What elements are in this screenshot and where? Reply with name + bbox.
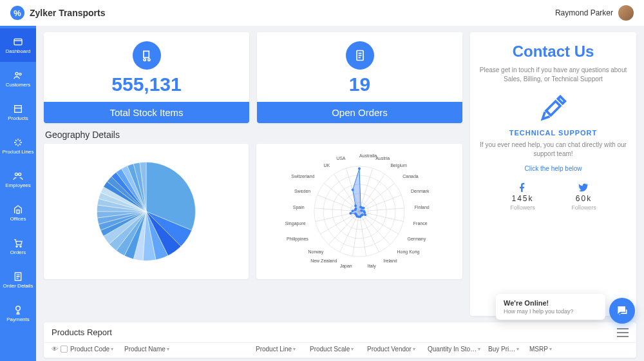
sidebar-item-product-lines[interactable]: Product Lines [0,129,36,162]
radar-label: Singapore [285,221,306,226]
brand: % Zylker Transports [10,6,106,20]
report-title: Products Report [52,327,112,337]
radar-label: Japan [340,264,352,268]
customers-icon [12,70,24,81]
radar-label: Finland [415,205,430,210]
pie-chart[interactable] [44,144,249,279]
sidebar-item-customers[interactable]: Customers [0,62,36,95]
svg-point-41 [358,168,361,170]
report-columns: 👁 Product Code▾Product Name▾Product Line… [44,342,636,358]
svg-point-45 [360,210,363,212]
svg-point-55 [354,213,357,215]
chat-fab[interactable] [609,298,635,324]
radar-chart[interactable]: AustraliaAustriaBelgiumCanadaDenmarkFinl… [256,144,462,279]
sidebar-label: Product Lines [3,150,34,155]
svg-point-48 [364,213,366,216]
help-link[interactable]: Click the help below [479,165,627,172]
column-header[interactable]: Product Name▾ [124,346,253,353]
svg-point-4 [15,173,17,175]
social-twitter[interactable]: 60k Followers [571,182,596,211]
sidebar-item-employees[interactable]: Employees [0,162,36,196]
svg-point-11 [144,59,146,61]
svg-point-44 [363,207,365,210]
svg-point-7 [16,246,17,247]
svg-rect-6 [17,210,19,213]
tech-support-sub: If you ever need help, you can chat dire… [479,141,627,159]
radar-label: Australia [359,153,377,158]
column-header[interactable]: Product Code▾ [70,346,122,353]
kpi-orders[interactable]: 19 Open Orders [257,32,462,123]
svg-line-32 [328,211,359,244]
sidebar-item-orders[interactable]: Orders [0,229,36,263]
column-header[interactable]: Product Scale▾ [310,346,365,353]
svg-point-12 [147,59,149,61]
svg-line-24 [359,208,404,211]
kpi-orders-label: Open Orders [257,102,462,123]
svg-point-5 [19,173,21,175]
select-all-checkbox[interactable] [61,346,68,353]
brand-name: Zylker Transports [30,8,106,18]
tw-count: 60k [576,194,592,203]
sidebar-label: Payments [6,317,30,322]
radar-label: Philippines [287,237,308,241]
tools-icon [539,94,567,122]
visibility-icon[interactable]: 👁 [52,346,58,353]
sidebar-item-products[interactable]: Products [0,95,36,129]
column-header[interactable]: Product Vendor▾ [367,346,425,353]
sidebar-item-dashboard[interactable]: Dashboard [0,28,36,62]
radar-label: Germany [407,237,426,241]
report-menu-icon[interactable] [617,328,629,337]
contact-card: Contact Us Please get in touch if you ha… [470,32,636,316]
svg-point-61 [352,189,354,191]
svg-point-59 [355,208,357,210]
column-header[interactable]: MSRP▾ [529,346,562,353]
brand-logo-icon: % [10,6,24,20]
avatar[interactable] [618,5,634,21]
radar-label: New Zealand [310,259,337,263]
sidebar-label: Orders [10,250,26,255]
radar-label: Ireland [383,259,397,263]
chat-popup[interactable]: We're Online! How may I help you today? [496,294,605,320]
social-facebook[interactable]: 145k Followers [510,182,535,211]
column-header[interactable]: Quantity In Sto…▾ [428,346,486,353]
svg-line-23 [359,195,401,211]
order-details-icon [12,271,24,282]
kpi-orders-value: 19 [349,73,370,95]
radar-label: France [413,221,428,226]
facebook-icon [517,182,527,193]
radar-label: Canada [402,174,419,179]
sidebar-item-offices[interactable]: Offices [0,196,36,229]
sidebar-label: Products [8,116,28,121]
chat-icon [616,304,629,317]
fb-label: Followers [510,204,535,211]
kpi-stock-value: 555,131 [111,73,181,95]
user-menu[interactable]: Raymond Parker [555,5,634,21]
svg-line-36 [317,195,359,211]
sidebar-item-payments[interactable]: Payments [0,297,36,330]
radar-label: Belgium [390,163,406,168]
payments-icon [12,304,24,316]
radar-label: Sweden [294,189,310,193]
tw-label: Followers [571,204,596,211]
topbar: % Zylker Transports Raymond Parker [0,0,644,26]
contact-subtitle: Please get in touch if you have any ques… [479,66,627,84]
product-lines-icon [12,137,24,148]
kpi-stock[interactable]: 555,131 Total Stock Items [44,32,249,123]
sidebar: Dashboard Customers Products Product Lin… [0,26,36,361]
radar-label: Austria [375,156,390,161]
column-header[interactable]: Buy Pri…▾ [488,346,527,353]
contact-title: Contact Us [479,43,627,61]
column-header[interactable]: Product Line▾ [256,346,307,353]
sidebar-label: Order Details [3,284,33,289]
user-name: Raymond Parker [555,8,613,17]
svg-point-47 [363,211,366,214]
radar-label: Switzerland [291,174,314,179]
geography-title: Geography Details [44,130,462,140]
svg-rect-10 [144,51,149,57]
radar-label: Italy [368,264,376,268]
radar-label: Norway [308,249,324,254]
svg-point-56 [349,212,352,215]
tech-support-heading: TECHNICAL SUPPORT [479,129,627,137]
sidebar-item-order-details[interactable]: Order Details [0,263,36,297]
radar-label: Denmark [411,189,429,193]
